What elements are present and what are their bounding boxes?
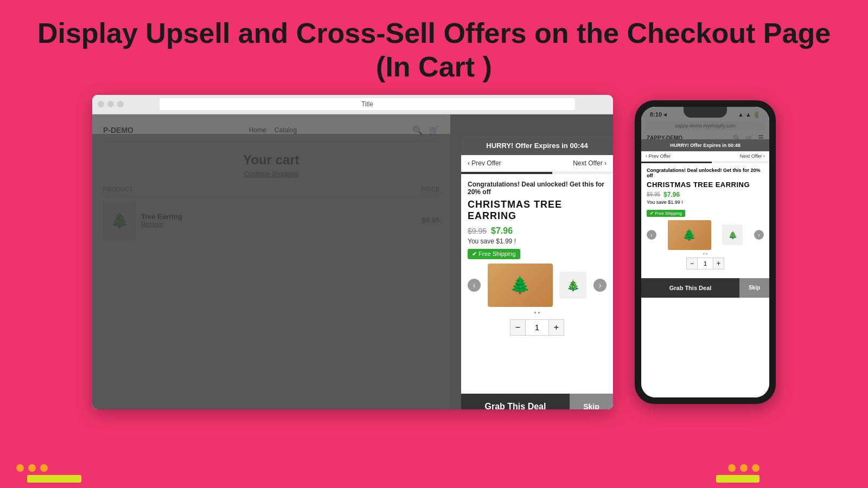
phone-quantity-decrease-btn[interactable]: − — [687, 258, 697, 269]
page-title: Display Upsell and Cross-Sell Offers on … — [0, 0, 868, 95]
browser-url-bar[interactable]: Title — [159, 98, 575, 110]
phone-grab-deal-button[interactable]: Grab This Deal — [641, 278, 739, 298]
phone-skip-button[interactable]: Skip — [739, 278, 769, 298]
popup-image-carousel: ‹ 🌲 🎄 › — [468, 264, 607, 307]
decorative-yellow-bar-left — [27, 475, 81, 483]
popup-price-row: $9.95 $7.96 — [468, 226, 607, 236]
popup-progress-fill — [461, 172, 552, 174]
popup-actions: Grab This Deal Skip — [461, 394, 613, 409]
phone-carousel-prev-btn[interactable]: ‹ — [647, 230, 656, 240]
phone-price-row: $9.95 $7.96 — [647, 191, 764, 198]
dot-6 — [752, 464, 760, 472]
phone-popup-nav: ‹ Prev Offer Next Offer › — [641, 151, 769, 162]
browser-minimize-btn[interactable] — [107, 101, 114, 107]
dot-2 — [28, 464, 36, 472]
quantity-decrease-btn[interactable]: − — [510, 320, 525, 335]
prev-offer-btn[interactable]: ‹ Prev Offer — [468, 159, 501, 167]
browser-content: P-DEMO Home Catalog 🔍 🛒 Your cart Contin… — [92, 114, 613, 409]
phone-popup-product-title: CHRISTMAS TREE EARRING — [647, 181, 764, 189]
dot-5 — [740, 464, 748, 472]
phone-popup-congrats: Congratulations! Deal unlocked! Get this… — [647, 168, 764, 178]
upsell-popup: HURRY! Offer Expires in 00:44 ‹ Prev Off… — [461, 136, 613, 409]
phone-free-shipping-badge: ✔ Free Shipping — [647, 210, 685, 217]
free-shipping-badge: ✔ Free Shipping — [468, 249, 520, 259]
phone-save-text: You save $1.99 ! — [647, 200, 764, 205]
skip-button[interactable]: Skip — [570, 394, 613, 409]
popup-timer: HURRY! Offer Expires in 00:44 — [461, 136, 613, 155]
phone-popup-actions: Grab This Deal Skip — [641, 278, 769, 298]
popup-product-image-thumb: 🎄 — [559, 272, 586, 299]
popup-nav: ‹ Prev Offer Next Offer › — [461, 155, 613, 172]
dot-4 — [728, 464, 736, 472]
popup-progress-bar — [461, 172, 613, 174]
decorative-dots-left — [16, 464, 48, 472]
phone-mockup: 8:10 ◂ ▲ ▲ 🔋 zappy-demo.myshopify.com ZA… — [635, 100, 776, 404]
dot-3 — [40, 464, 48, 472]
phone-popup-timer: HURRY! Offer Expires in 00:48 — [641, 139, 769, 151]
phone-carousel-dots: ● ● — [647, 252, 764, 255]
grab-deal-button[interactable]: Grab This Deal — [461, 394, 570, 409]
phone-popup-body: Congratulations! Deal unlocked! Get this… — [641, 163, 769, 278]
popup-body: Congratulations! Deal unlocked! Get this… — [461, 174, 613, 394]
dot-1 — [16, 464, 24, 472]
carousel-dots: ● ● — [468, 310, 607, 315]
decorative-yellow-bar-right — [716, 475, 760, 483]
quantity-increase-btn[interactable]: + — [549, 320, 564, 335]
popup-congrats-text: Congratulations! Deal unlocked! Get this… — [468, 181, 607, 196]
popup-product-image-main: 🌲 — [488, 264, 553, 307]
carousel-prev-btn[interactable]: ‹ — [468, 279, 481, 292]
popup-sale-price: $7.96 — [491, 226, 513, 236]
phone-upsell-popup: HURRY! Offer Expires in 00:48 ‹ Prev Off… — [641, 139, 769, 397]
phone-sale-price: $7.96 — [663, 191, 680, 198]
phone-image-carousel: ‹ 🌲 🎄 › — [647, 220, 764, 250]
phone-quantity-input[interactable] — [697, 258, 713, 269]
browser-maximize-btn[interactable] — [117, 101, 124, 107]
phone-quantity-increase-btn[interactable]: + — [713, 258, 724, 269]
phone-quantity-selector: − + — [686, 258, 724, 269]
popup-quantity-selector: − + — [510, 319, 564, 336]
quantity-input[interactable] — [525, 320, 549, 335]
carousel-next-btn[interactable]: › — [593, 279, 607, 292]
phone-carousel-next-btn[interactable]: › — [754, 230, 764, 240]
phone-product-image-main: 🌲 — [668, 220, 711, 250]
phone-product-image-thumb: 🎄 — [722, 224, 743, 245]
popup-original-price: $9.95 — [468, 227, 487, 235]
popup-product-title: CHRISTMAS TREE EARRING — [468, 199, 607, 222]
browser-mockup: Title P-DEMO Home Catalog 🔍 🛒 Your cart — [92, 95, 613, 409]
popup-save-text: You save $1.99 ! — [468, 237, 607, 245]
browser-close-btn[interactable] — [98, 101, 104, 107]
phone-original-price: $9.95 — [647, 191, 660, 197]
decorative-dots-right — [728, 464, 760, 472]
next-offer-btn[interactable]: Next Offer › — [573, 159, 607, 167]
phone-next-offer-btn[interactable]: Next Offer › — [740, 153, 765, 159]
phone-prev-offer-btn[interactable]: ‹ Prev Offer — [646, 153, 671, 159]
phone-screen: 8:10 ◂ ▲ ▲ 🔋 zappy-demo.myshopify.com ZA… — [641, 107, 769, 397]
browser-toolbar: Title — [92, 95, 613, 114]
